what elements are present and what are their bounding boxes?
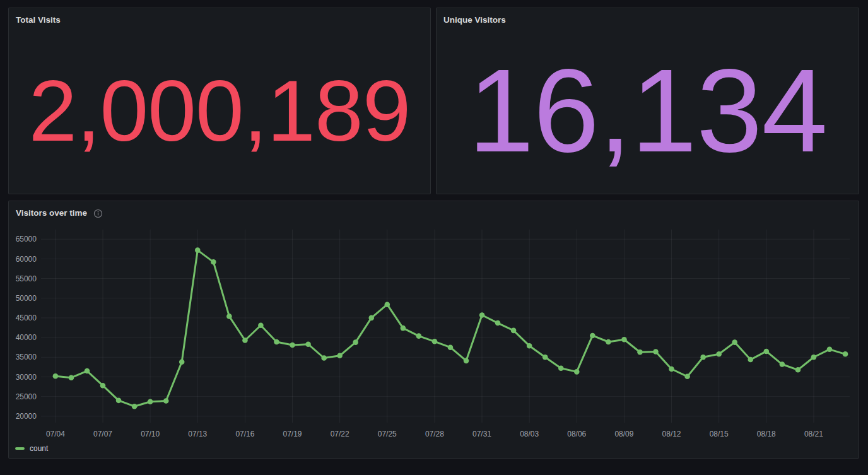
data-point[interactable]: [795, 367, 801, 373]
y-tick-label: 35000: [16, 353, 37, 361]
dashboard: Total Visits 2,000,189 Unique Visitors 1…: [0, 0, 868, 475]
visitors-chart[interactable]: 2000025000300003500040000450005000055000…: [9, 201, 859, 458]
panel-title-total-visits[interactable]: Total Visits: [16, 15, 61, 25]
data-point[interactable]: [274, 339, 279, 345]
panel-title-unique-visitors[interactable]: Unique Visitors: [443, 15, 506, 25]
data-point[interactable]: [590, 333, 595, 339]
info-circle-icon[interactable]: [93, 209, 103, 218]
data-point[interactable]: [843, 351, 848, 357]
data-point[interactable]: [558, 365, 564, 371]
data-point[interactable]: [464, 358, 469, 364]
x-tick-label: 07/10: [141, 430, 160, 438]
panel-title-visitors-over-time[interactable]: Visitors over time: [16, 208, 87, 218]
panel-visitors-over-time: Visitors over time 200002500030000350004…: [8, 201, 859, 459]
x-tick-label: 07/13: [188, 430, 207, 438]
data-point[interactable]: [85, 368, 90, 374]
data-point[interactable]: [100, 383, 106, 389]
y-tick-label: 55000: [16, 274, 37, 283]
data-point[interactable]: [179, 359, 185, 365]
data-point[interactable]: [211, 259, 216, 265]
legend-swatch-count: [15, 447, 25, 450]
data-point[interactable]: [700, 355, 706, 360]
stat-value-wrap: 2,000,189: [9, 27, 430, 194]
data-point[interactable]: [416, 333, 422, 339]
data-point[interactable]: [226, 314, 232, 319]
data-point[interactable]: [69, 375, 74, 380]
data-point[interactable]: [305, 341, 311, 347]
x-tick-label: 08/06: [567, 430, 586, 438]
data-point[interactable]: [321, 355, 327, 361]
data-point[interactable]: [684, 374, 690, 380]
data-point[interactable]: [653, 349, 659, 355]
x-tick-label: 07/25: [378, 430, 397, 438]
data-point[interactable]: [163, 398, 169, 404]
data-point[interactable]: [542, 355, 548, 360]
y-tick-label: 65000: [16, 235, 37, 243]
panel-header-total-visits[interactable]: Total Visits: [9, 8, 430, 27]
panel-unique-visitors: Unique Visitors 16,134: [436, 8, 859, 194]
x-tick-label: 08/21: [804, 430, 823, 438]
total-visits-value: 2,000,189: [29, 67, 411, 154]
data-point[interactable]: [527, 343, 532, 349]
data-point[interactable]: [574, 369, 580, 375]
x-tick-label: 07/31: [472, 430, 491, 438]
data-point[interactable]: [385, 302, 390, 307]
data-point[interactable]: [258, 322, 264, 328]
legend-label-count: count: [30, 444, 48, 453]
x-tick-label: 08/12: [662, 430, 681, 438]
data-point[interactable]: [401, 325, 406, 331]
y-tick-label: 45000: [16, 314, 37, 322]
data-point[interactable]: [290, 343, 295, 348]
legend-item-count[interactable]: count: [15, 444, 48, 453]
stat-value-wrap: 16,134: [437, 27, 859, 194]
data-point[interactable]: [132, 404, 138, 409]
data-point[interactable]: [116, 398, 122, 404]
y-tick-label: 30000: [16, 373, 37, 382]
data-point[interactable]: [511, 328, 517, 334]
x-tick-label: 07/22: [331, 430, 349, 438]
panel-header-visitors-over-time[interactable]: Visitors over time: [9, 201, 859, 220]
data-point[interactable]: [495, 320, 501, 326]
data-point[interactable]: [242, 337, 248, 343]
data-point[interactable]: [780, 361, 785, 367]
data-point[interactable]: [448, 344, 454, 350]
x-tick-label: 07/28: [425, 430, 444, 438]
data-point[interactable]: [353, 339, 358, 345]
data-point[interactable]: [732, 339, 737, 345]
data-point[interactable]: [669, 367, 674, 372]
data-point[interactable]: [716, 351, 722, 357]
data-point[interactable]: [337, 353, 343, 359]
y-tick-label: 25000: [16, 392, 37, 401]
y-tick-label: 50000: [16, 294, 37, 303]
x-tick-label: 08/09: [614, 430, 633, 438]
data-point[interactable]: [811, 355, 817, 360]
y-tick-label: 40000: [16, 333, 37, 342]
x-tick-label: 07/04: [46, 430, 65, 438]
data-point[interactable]: [53, 373, 59, 379]
x-tick-label: 07/07: [93, 430, 112, 438]
data-point[interactable]: [606, 339, 611, 345]
data-point[interactable]: [432, 339, 438, 344]
x-tick-label: 07/19: [283, 430, 302, 438]
x-tick-label: 08/03: [520, 430, 539, 438]
data-point[interactable]: [621, 337, 627, 343]
x-tick-label: 08/15: [710, 430, 729, 438]
data-point[interactable]: [195, 247, 201, 253]
y-tick-label: 60000: [16, 255, 37, 264]
data-point[interactable]: [764, 349, 770, 355]
data-point[interactable]: [368, 315, 374, 321]
data-point[interactable]: [479, 312, 485, 318]
y-tick-label: 20000: [16, 412, 37, 421]
data-point[interactable]: [748, 357, 753, 363]
unique-visitors-value: 16,134: [468, 51, 827, 170]
series-line-count: [56, 250, 845, 407]
panel-total-visits: Total Visits 2,000,189: [8, 8, 431, 194]
x-tick-label: 07/16: [235, 430, 254, 438]
data-point[interactable]: [637, 349, 643, 355]
x-tick-label: 08/18: [757, 430, 776, 438]
data-point[interactable]: [148, 399, 153, 404]
data-point[interactable]: [827, 347, 833, 353]
panel-header-unique-visitors[interactable]: Unique Visitors: [437, 8, 859, 27]
